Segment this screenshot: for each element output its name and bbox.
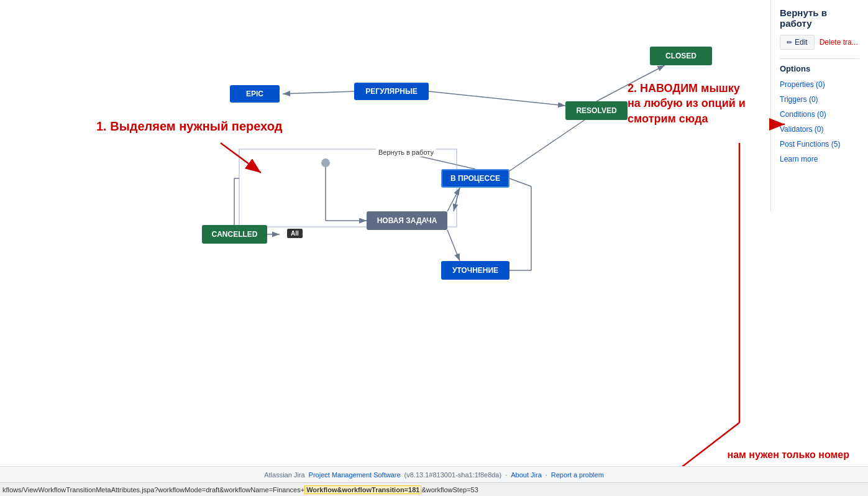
node-newtask[interactable]: НОВАЯ ЗАДАЧА [367,211,447,230]
options-title: Options [780,64,859,73]
divider-1 [780,58,859,59]
svg-line-12 [454,188,460,211]
all-tag: All [287,229,303,238]
pencil-icon: ✏ [787,39,792,47]
annotation-2: 2. НАВОДИМ мышку на любую из опций и смо… [628,81,746,126]
url-highlight: Workflow&workflowTransition=181 [304,485,421,494]
node-clarify[interactable]: УТОЧНЕНИЕ [441,261,509,280]
post-functions-link[interactable]: Post Functions (5) [780,140,840,149]
properties-link[interactable]: Properties (0) [780,80,825,89]
footer-pms-link[interactable]: Project Management Software [309,471,401,479]
workflow-canvas: CLOSED RESOLVED EPIC РЕГУЛЯРНЫЕ CANCELLE… [0,0,770,454]
footer-version: (v8.13.1#813001-sha1:1f8e8da) [404,471,502,479]
node-inprocess[interactable]: В ПРОЦЕССЕ [441,169,509,188]
panel-actions: ✏ Edit Delete tra... [780,35,859,50]
node-regular[interactable]: РЕГУЛЯРНЫЕ [354,83,429,100]
option-conditions[interactable]: Conditions (0) [780,108,859,119]
node-epic[interactable]: EPIC [230,85,280,103]
option-post-functions[interactable]: Post Functions (5) [780,138,859,149]
svg-line-15 [509,178,531,186]
validators-link[interactable]: Validators (0) [780,125,823,134]
svg-line-11 [447,230,460,261]
footer-bar: Atlassian Jira Project Management Softwa… [0,466,868,482]
svg-line-3 [429,91,565,106]
annotation-3: нам нужен только номер [728,449,850,462]
footer-report-link[interactable]: Report a problem [551,471,604,479]
options-list: Properties (0) Triggers (0) Conditions (… [780,78,859,164]
conditions-link[interactable]: Conditions (0) [780,110,826,119]
url-post: &workflowStep=53 [421,486,478,494]
transition-label[interactable]: Вернуть в работу [376,148,436,157]
svg-point-20 [321,158,330,167]
panel-title: Вернуть в работу [780,7,859,29]
learn-more-link[interactable]: Learn more [780,155,818,163]
triggers-link[interactable]: Triggers (0) [780,95,818,104]
url-bar: kflows/ViewWorkflowTransitionMetaAttribu… [0,482,868,496]
option-properties[interactable]: Properties (0) [780,78,859,90]
node-closed[interactable]: CLOSED [650,47,712,65]
edit-button[interactable]: ✏ Edit [780,35,815,50]
node-resolved[interactable]: RESOLVED [565,101,628,120]
footer-sep1: · [505,471,507,479]
annotation-1: 1. Выделяем нужный переход [96,118,282,134]
url-pre: kflows/ViewWorkflowTransitionMetaAttribu… [2,486,304,494]
option-learn-more[interactable]: Learn more [780,153,859,164]
option-triggers[interactable]: Triggers (0) [780,93,859,104]
svg-line-2 [283,91,354,94]
node-cancelled[interactable]: CANCELLED [202,225,267,244]
footer-sep2: · [546,471,547,479]
option-validators[interactable]: Validators (0) [780,123,859,134]
footer-about-link[interactable]: About Jira [511,471,542,479]
delete-transition-button[interactable]: Delete tra... [820,38,858,47]
footer-jira-text: Atlassian Jira [264,471,304,479]
svg-line-10 [447,188,460,211]
right-panel: Вернуть в работу ✏ Edit Delete tra... Op… [770,0,868,211]
svg-line-5 [509,112,596,171]
